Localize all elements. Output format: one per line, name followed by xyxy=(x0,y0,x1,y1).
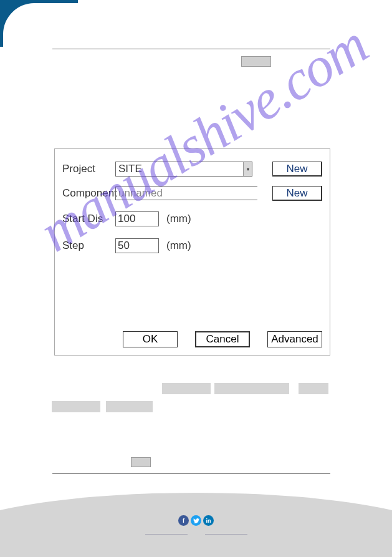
twitter-icon[interactable] xyxy=(191,515,201,526)
divider-bottom xyxy=(52,473,330,474)
redacted-text xyxy=(52,401,100,412)
footer-link[interactable] xyxy=(145,534,188,535)
startdis-input[interactable]: 100 xyxy=(115,211,159,226)
facebook-icon[interactable]: f xyxy=(178,515,189,526)
project-value: SITE xyxy=(118,163,142,175)
component-label: Component xyxy=(62,187,115,200)
new-project-button[interactable]: New xyxy=(272,162,322,177)
footer-link[interactable] xyxy=(205,534,247,535)
advanced-button[interactable]: Advanced xyxy=(267,331,322,347)
project-row: Project SITE ▾ New xyxy=(62,162,322,177)
chevron-down-icon[interactable]: ▾ xyxy=(243,162,252,176)
cancel-button[interactable]: Cancel xyxy=(195,331,250,347)
inline-button-placeholder xyxy=(131,457,151,467)
step-input[interactable]: 50 xyxy=(115,238,159,253)
ok-button[interactable]: OK xyxy=(123,331,178,347)
redacted-text xyxy=(106,401,153,412)
component-value: unnamed xyxy=(118,187,163,200)
startdis-row: Start Dis 100 (mm) xyxy=(62,211,322,226)
component-row: Component unnamed New xyxy=(62,186,322,200)
redacted-text xyxy=(162,383,211,394)
toolbar-button-placeholder xyxy=(241,56,271,67)
step-row: Step 50 (mm) xyxy=(62,238,322,253)
new-component-button[interactable]: New xyxy=(272,186,322,201)
linkedin-icon[interactable]: in xyxy=(203,515,214,526)
footer-links xyxy=(0,534,392,535)
redacted-text xyxy=(299,383,328,394)
divider-top xyxy=(52,49,330,49)
settings-dialog: Project SITE ▾ New Component unnamed New… xyxy=(54,148,330,356)
redacted-text xyxy=(214,383,289,394)
step-label: Step xyxy=(62,240,115,252)
startdis-unit: (mm) xyxy=(166,213,191,225)
step-unit: (mm) xyxy=(166,240,191,252)
project-dropdown[interactable]: SITE ▾ xyxy=(115,162,252,177)
startdis-label: Start Dis xyxy=(62,213,115,225)
social-links: f in xyxy=(0,515,392,526)
step-value: 50 xyxy=(118,240,130,252)
startdis-value: 100 xyxy=(118,213,135,225)
project-label: Project xyxy=(62,163,115,175)
component-input[interactable]: unnamed xyxy=(115,186,257,200)
dialog-button-row: OK Cancel Advanced xyxy=(62,331,322,347)
